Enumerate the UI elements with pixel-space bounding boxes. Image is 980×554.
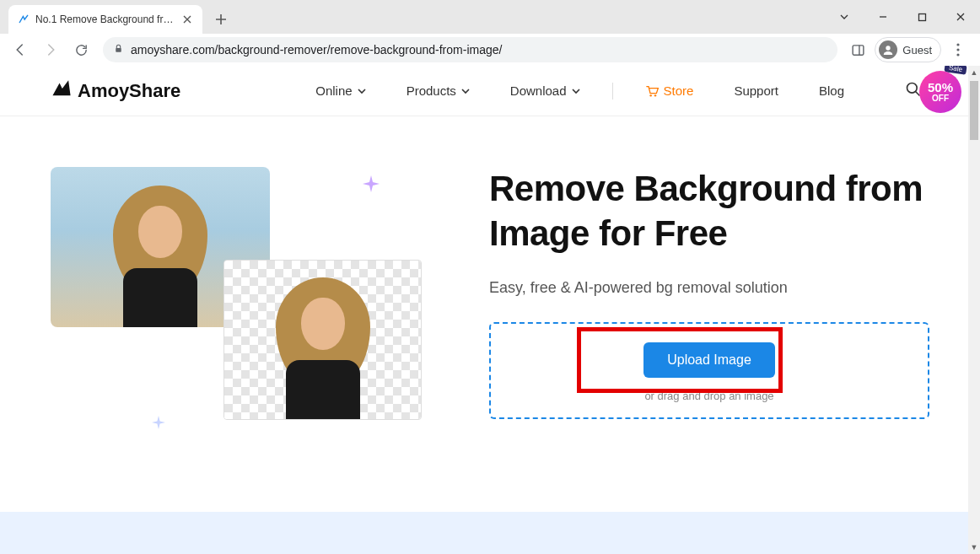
scroll-up-icon[interactable]: ▲ [968,66,980,79]
hero-illustration [51,167,422,420]
scroll-down-icon[interactable]: ▼ [968,541,980,554]
svg-point-5 [956,43,959,46]
svg-point-4 [886,46,891,50]
nav-support[interactable]: Support [734,83,778,98]
main-nav: Online Products Download Store Support B… [315,81,922,101]
sale-badge[interactable]: Sale 50% OFF [913,66,968,116]
person-figure-icon [93,175,228,327]
lock-icon [113,42,124,57]
nav-separator [612,83,613,100]
logo-text: AmoyShare [78,80,180,102]
url-text: amoyshare.com/background-remover/remove-… [131,43,502,56]
chevron-down-icon [572,87,580,95]
svg-point-9 [654,94,655,96]
drop-hint: or drag and drop an image [508,390,911,402]
profile-button[interactable]: Guest [875,37,941,62]
chevron-down-icon [358,87,366,95]
window-controls [825,0,980,34]
tab-bar: No.1 Remove Background from [0,0,980,34]
hero-headline: Remove Background from Image for Free [489,167,929,255]
nav-store[interactable]: Store [645,83,694,98]
browser-toolbar: amoyshare.com/background-remover/remove-… [0,34,980,66]
svg-rect-2 [853,45,864,54]
hero-copy: Remove Background from Image for Free Ea… [489,167,929,419]
svg-point-7 [956,53,959,56]
nav-blog[interactable]: Blog [819,83,844,98]
forward-button[interactable] [37,36,64,63]
svg-rect-1 [116,48,121,52]
reload-button[interactable] [67,36,94,63]
cart-icon [645,85,659,97]
scrollbar-thumb[interactable] [970,81,978,140]
new-tab-button[interactable] [209,8,233,31]
nav-download[interactable]: Download [510,83,580,98]
hero-section: Remove Background from Image for Free Ea… [0,116,980,454]
upload-dropzone[interactable]: Upload Image or drag and drop an image [489,322,929,419]
window-close-button[interactable] [941,3,980,30]
svg-point-6 [956,48,959,51]
window-minimize-button[interactable] [864,3,902,30]
svg-point-8 [649,94,651,96]
nav-online[interactable]: Online [315,83,365,98]
page-content: AmoyShare Online Products Download Store… [0,66,980,554]
scrollbar[interactable]: ▲ ▼ [968,66,980,554]
browser-tab[interactable]: No.1 Remove Background from [8,5,202,34]
site-logo[interactable]: AmoyShare [51,78,180,105]
sale-circle: 50% OFF [919,71,961,113]
window-maximize-button[interactable] [902,3,941,30]
footer-band [0,512,970,554]
chevron-down-icon [461,87,470,95]
window-dropdown-icon[interactable] [825,3,864,30]
site-header: AmoyShare Online Products Download Store… [0,66,980,116]
toolbar-right: Guest [846,37,973,62]
hero-subtitle: Easy, free & AI-powered bg removal solut… [489,279,929,297]
browser-menu-icon[interactable] [946,38,970,62]
nav-products[interactable]: Products [407,83,470,98]
tab-close-icon[interactable] [180,13,194,26]
address-bar[interactable]: amoyshare.com/background-remover/remove-… [103,37,837,62]
sparkle-icon [152,416,165,433]
logo-icon [51,78,73,105]
tab-title: No.1 Remove Background from [35,13,175,25]
avatar-icon [879,40,897,59]
profile-label: Guest [902,44,932,56]
person-figure-icon [256,267,390,419]
upload-image-button[interactable]: Upload Image [643,342,775,378]
tab-favicon-icon [17,13,30,26]
back-button[interactable] [7,36,34,63]
browser-chrome: No.1 Remove Background from [0,0,980,66]
side-panel-icon[interactable] [846,38,870,62]
svg-rect-0 [918,13,925,20]
transparent-image [223,260,422,420]
sparkle-icon [363,175,380,196]
